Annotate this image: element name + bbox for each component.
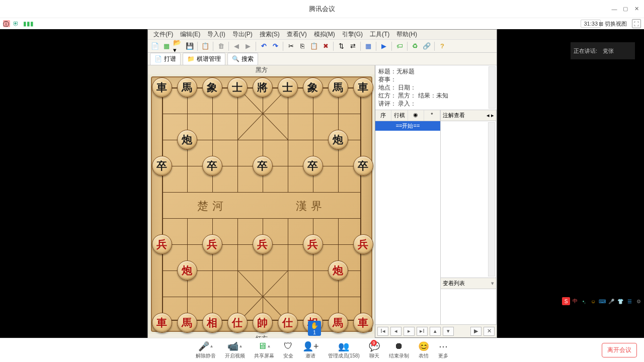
menu-模拟[interactable]: 模拟(M)	[311, 29, 338, 40]
menu-导出[interactable]: 导出(P)	[229, 29, 256, 40]
remove-icon[interactable]: ✖	[320, 41, 331, 51]
xiangqi-board[interactable]: 楚河 漢界 車馬象士將士象馬車炮炮卒卒卒卒卒兵兵兵兵兵炮炮車馬相仕帥仕相馬車	[151, 76, 372, 332]
network-icon[interactable]: ▮▮▮	[23, 20, 30, 27]
copy-icon[interactable]: ⎘	[297, 41, 307, 51]
ime-zh-icon[interactable]: 中	[571, 297, 579, 305]
piece-black-象[interactable]: 象	[303, 77, 323, 98]
swap-icon[interactable]: ⇄	[348, 41, 358, 51]
toolbar-结束录制[interactable]: ⏺结束录制	[389, 341, 409, 359]
back-icon[interactable]: ◀	[231, 41, 242, 51]
ime-settings-icon[interactable]: ⚙	[634, 297, 642, 305]
piece-red-車[interactable]: 車	[152, 313, 172, 333]
piece-red-馬[interactable]: 馬	[328, 313, 348, 333]
fullscreen-icon[interactable]: ⛶	[632, 19, 641, 28]
paste-icon[interactable]: 📋	[309, 41, 319, 51]
piece-black-車[interactable]: 車	[353, 77, 373, 98]
minimize-icon[interactable]: —	[611, 6, 618, 13]
piece-red-馬[interactable]: 馬	[177, 313, 197, 333]
toolbar-表情[interactable]: 😊表情	[418, 341, 429, 359]
leave-meeting-button[interactable]: 离开会议	[602, 343, 637, 357]
toolbar-共享屏幕[interactable]: 🖥▲共享屏幕	[254, 341, 274, 359]
tab-打谱[interactable]: 📄打谱	[150, 53, 181, 65]
ime-face-icon[interactable]: ☺	[589, 297, 597, 305]
anno-nav[interactable]: ◂ ▸	[487, 112, 494, 119]
piece-black-馬[interactable]: 馬	[328, 77, 348, 98]
toolbar-管理成员(158)[interactable]: 👥管理成员(158)	[328, 341, 360, 359]
piece-red-炮[interactable]: 炮	[177, 260, 197, 281]
toolbar-更多[interactable]: ⋯更多	[438, 341, 448, 359]
close-icon[interactable]: ✕	[633, 6, 640, 13]
ime-toolbox-icon[interactable]: ☰	[625, 297, 633, 305]
moves-list[interactable]: ==开始==	[375, 121, 440, 324]
sort-icon[interactable]: ⇅	[336, 41, 346, 51]
help-icon[interactable]: ?	[437, 41, 447, 51]
piece-black-士[interactable]: 士	[278, 77, 298, 98]
up-button[interactable]: ▴	[430, 327, 441, 336]
toolbar-邀请[interactable]: 👤+邀请	[302, 341, 319, 359]
prev-move-button[interactable]: ◂	[390, 327, 401, 336]
ime-keyboard-icon[interactable]: ⌨	[598, 297, 606, 305]
toolbar-安全[interactable]: 🛡安全	[283, 341, 293, 359]
ime-punct-icon[interactable]: •,	[580, 297, 588, 305]
info-icon[interactable]: ⓘ	[3, 20, 10, 27]
variation-list[interactable]	[441, 289, 496, 324]
piece-red-仕[interactable]: 仕	[227, 313, 248, 333]
menu-文件[interactable]: 文件(F)	[150, 29, 176, 40]
piece-black-卒[interactable]: 卒	[253, 156, 273, 176]
shield-icon[interactable]: ⛨	[13, 20, 20, 27]
menu-导入[interactable]: 导入(I)	[204, 29, 228, 40]
menu-引擎[interactable]: 引擎(G)	[339, 29, 366, 40]
link-icon[interactable]: 🔗	[422, 41, 432, 51]
menu-搜索[interactable]: 搜索(S)	[257, 29, 283, 40]
ime-voice-icon[interactable]: 🎤	[607, 297, 615, 305]
toolbar-解除静音[interactable]: 🎤▲解除静音	[196, 341, 216, 359]
piece-red-兵[interactable]: 兵	[303, 234, 323, 254]
toolbar-开启视频[interactable]: 📹▲开启视频	[225, 341, 245, 359]
down-button[interactable]: ▾	[443, 327, 454, 336]
piece-black-卒[interactable]: 卒	[303, 156, 323, 176]
open-icon[interactable]: ▦	[162, 41, 172, 51]
piece-red-仕[interactable]: 仕	[278, 313, 298, 333]
menu-工具[interactable]: 工具(T)	[367, 29, 392, 40]
close-button[interactable]: ✕	[484, 327, 495, 336]
scrollbar[interactable]	[488, 122, 495, 277]
piece-red-兵[interactable]: 兵	[152, 234, 172, 254]
piece-black-象[interactable]: 象	[202, 77, 222, 98]
piece-red-兵[interactable]: 兵	[253, 234, 273, 254]
menu-查看[interactable]: 查看(V)	[284, 29, 310, 40]
piece-red-帥[interactable]: 帥	[253, 313, 273, 333]
piece-black-炮[interactable]: 炮	[177, 130, 197, 150]
maximize-icon[interactable]: ▢	[622, 6, 629, 13]
piece-black-炮[interactable]: 炮	[328, 130, 348, 150]
piece-black-卒[interactable]: 卒	[152, 156, 172, 176]
toolbar-聊天[interactable]: 💬聊天9	[369, 341, 380, 359]
tab-棋谱管理[interactable]: 📁棋谱管理	[183, 53, 225, 65]
tag-icon[interactable]: 🏷	[394, 41, 405, 51]
ime-skin-icon[interactable]: 👕	[616, 297, 624, 305]
move-row-selected[interactable]: ==开始==	[375, 121, 440, 131]
clipboard-icon[interactable]: 📋	[200, 41, 210, 51]
piece-black-卒[interactable]: 卒	[353, 156, 373, 176]
piece-black-馬[interactable]: 馬	[177, 77, 197, 98]
folder-icon[interactable]: 📂▾	[173, 41, 183, 51]
menu-帮助[interactable]: 帮助(H)	[393, 29, 420, 40]
ime-sogou-icon[interactable]: S	[562, 297, 570, 305]
piece-red-炮[interactable]: 炮	[328, 260, 348, 281]
grid-icon[interactable]: ▦	[363, 41, 373, 51]
save-icon[interactable]: 💾	[185, 41, 195, 51]
ime-bar[interactable]: S 中 •, ☺ ⌨ 🎤 👕 ☰ ⚙	[560, 297, 644, 306]
tab-搜索[interactable]: 🔍搜索	[227, 53, 258, 65]
new-icon[interactable]: 📄	[150, 41, 160, 51]
piece-black-車[interactable]: 車	[152, 77, 172, 98]
play-button[interactable]: ▶	[470, 327, 481, 336]
cut-icon[interactable]: ✂	[286, 41, 296, 51]
piece-black-士[interactable]: 士	[227, 77, 248, 98]
delete-icon[interactable]: 🗑	[216, 41, 226, 51]
annotation-body[interactable]	[441, 121, 496, 278]
first-move-button[interactable]: I◂	[377, 327, 388, 336]
scrollbar[interactable]	[489, 66, 496, 109]
piece-red-兵[interactable]: 兵	[353, 234, 373, 254]
play-icon[interactable]: ▶	[379, 41, 389, 51]
piece-red-相[interactable]: 相	[202, 313, 222, 333]
forward-icon[interactable]: ▶	[243, 41, 253, 51]
